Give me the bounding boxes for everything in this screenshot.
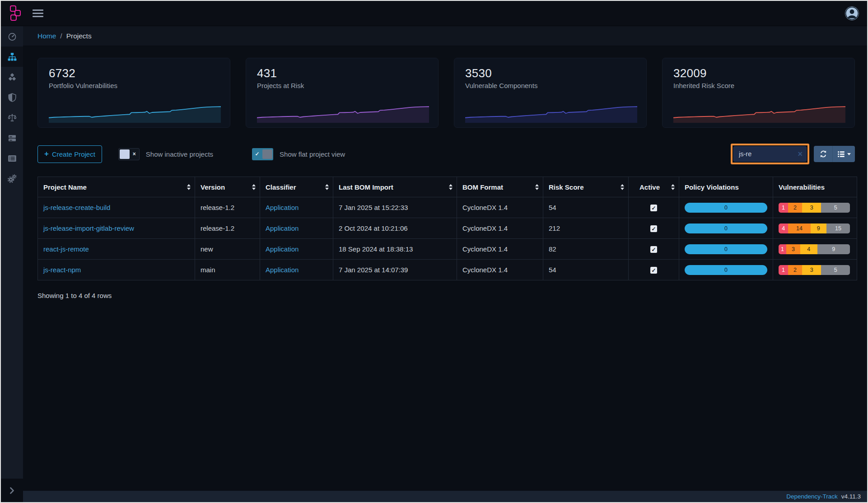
column-header-bom-format[interactable]: BOM Format (457, 177, 543, 197)
show-inactive-projects-toggle[interactable]: × (118, 148, 140, 160)
user-avatar[interactable] (845, 6, 859, 20)
sidebar-item-dashboard[interactable] (1, 26, 23, 47)
sort-icon (449, 184, 453, 190)
sort-icon (621, 184, 624, 190)
sidebar-expand-toggle[interactable] (1, 479, 23, 502)
table-header-row: Project Name Version Classifier Last BOM… (38, 177, 857, 197)
sort-icon (187, 184, 191, 190)
classifier-link[interactable]: Application (266, 245, 299, 253)
sort-icon (252, 184, 256, 190)
create-project-button[interactable]: + Create Project (37, 145, 102, 163)
sidebar-item-licenses[interactable] (1, 107, 23, 128)
unassigned-count-badge: 5 (821, 265, 850, 275)
policy-violations-bar: 0 (685, 224, 767, 233)
clear-search-icon[interactable]: × (798, 150, 803, 158)
active-checkbox-icon: ✓ (650, 205, 657, 211)
high-count-badge: 14 (788, 224, 810, 233)
column-header-risk-score[interactable]: Risk Score (543, 177, 629, 197)
sparkline-chart (257, 100, 429, 123)
card-label: Inherited Risk Score (673, 82, 844, 89)
medium-count-badge: 3 (802, 203, 821, 213)
search-input[interactable] (733, 146, 807, 162)
table-toolbar-buttons (814, 146, 855, 162)
card-portfolio-vulnerabilities: 6732 Portfolio Vulnerabilities (37, 58, 230, 128)
column-header-active[interactable]: Active (629, 177, 679, 197)
columns-dropdown-button[interactable] (832, 146, 855, 162)
hamburger-menu-icon[interactable] (33, 9, 43, 17)
table-row: js-release-create-build release-1.2 Appl… (38, 197, 857, 218)
dependency-track-link[interactable]: Dependency-Track (786, 493, 838, 500)
version-cell: release-1.2 (195, 197, 260, 218)
medium-count-badge: 3 (802, 265, 821, 275)
projects-table: Project Name Version Classifier Last BOM… (37, 177, 857, 280)
sidebar-item-projects[interactable] (1, 47, 23, 67)
plus-icon: + (44, 149, 49, 158)
project-name-link[interactable]: js-react-npm (43, 266, 81, 274)
project-name-link[interactable]: react-js-remote (43, 245, 89, 253)
policy-violations-bar: 0 (685, 203, 767, 213)
app-window: Home / Projects 6732 Portfolio Vulnerabi… (0, 0, 868, 503)
column-header-classifier[interactable]: Classifier (260, 177, 333, 197)
footer: Dependency-Track v4.11.3 (23, 491, 867, 502)
sidebar-item-components[interactable] (1, 67, 23, 87)
vulnerabilities-bar: 4 14 9 15 (779, 224, 850, 233)
column-header-policy-violations: Policy Violations (679, 177, 773, 197)
table-controls: + Create Project × Show inactive project… (37, 144, 855, 163)
project-name-link[interactable]: js-release-create-build (43, 204, 110, 211)
gauge-icon (8, 32, 17, 41)
active-checkbox-icon: ✓ (650, 225, 657, 232)
sidebar-item-administration[interactable] (1, 168, 23, 189)
show-inactive-projects-label: Show inactive projects (146, 150, 213, 158)
card-inherited-risk-score: 32009 Inherited Risk Score (662, 58, 855, 128)
risk-score-cell: 54 (543, 260, 629, 280)
refresh-button[interactable] (814, 146, 832, 162)
version-cell: main (195, 260, 260, 280)
show-flat-project-view-toggle[interactable]: ✓ (252, 148, 273, 160)
sparkline-chart (465, 100, 637, 123)
card-value: 32009 (673, 66, 844, 80)
sparkline-chart (673, 100, 845, 123)
critical-count-badge: 4 (779, 224, 788, 233)
pagination-summary: Showing 1 to 4 of 4 rows (37, 292, 855, 299)
sidebar-item-vulnerability-audit[interactable] (1, 128, 23, 148)
version-cell: release-1.2 (195, 218, 260, 239)
gears-icon (7, 174, 17, 183)
column-header-project-name[interactable]: Project Name (38, 177, 195, 197)
card-label: Portfolio Vulnerabilities (49, 82, 219, 89)
critical-count-badge: 1 (779, 203, 788, 213)
policy-violations-bar: 0 (685, 265, 767, 275)
sitemap-icon (8, 52, 17, 61)
breadcrumb-current: Projects (66, 32, 92, 40)
storage-icon (8, 134, 17, 143)
dependency-track-logo-icon (10, 5, 22, 22)
shield-icon (8, 93, 17, 102)
last-bom-import-cell: 2 Oct 2024 at 10:21:06 (333, 218, 457, 239)
sidebar-item-vulnerabilities[interactable] (1, 87, 23, 107)
card-value: 6732 (49, 66, 219, 80)
breadcrumb: Home / Projects (23, 26, 867, 46)
sort-icon (325, 184, 329, 190)
columns-list-icon (837, 150, 845, 158)
breadcrumb-home-link[interactable]: Home (37, 32, 56, 40)
high-count-badge: 2 (788, 203, 802, 213)
toggle-off-icon: × (130, 151, 139, 157)
sort-icon (535, 184, 539, 190)
sidebar-item-policy-management[interactable] (1, 148, 23, 168)
card-projects-at-risk: 431 Projects at Risk (246, 58, 439, 128)
show-flat-project-view-label: Show flat project view (280, 150, 345, 158)
critical-count-badge: 1 (779, 265, 788, 275)
high-count-badge: 2 (788, 265, 802, 275)
risk-score-cell: 82 (543, 239, 629, 260)
active-checkbox-icon: ✓ (650, 246, 657, 253)
column-header-last-bom-import[interactable]: Last BOM Import (333, 177, 457, 197)
cubes-icon (8, 73, 17, 82)
medium-count-badge: 4 (800, 244, 817, 254)
toggle-on-icon: ✓ (252, 151, 262, 157)
classifier-link[interactable]: Application (266, 224, 299, 232)
column-header-version[interactable]: Version (195, 177, 260, 197)
card-value: 431 (257, 66, 427, 80)
classifier-link[interactable]: Application (266, 266, 299, 274)
vulnerabilities-bar: 1 2 3 5 (779, 203, 850, 213)
classifier-link[interactable]: Application (266, 204, 299, 211)
project-name-link[interactable]: js-release-import-gitlab-review (43, 224, 134, 232)
